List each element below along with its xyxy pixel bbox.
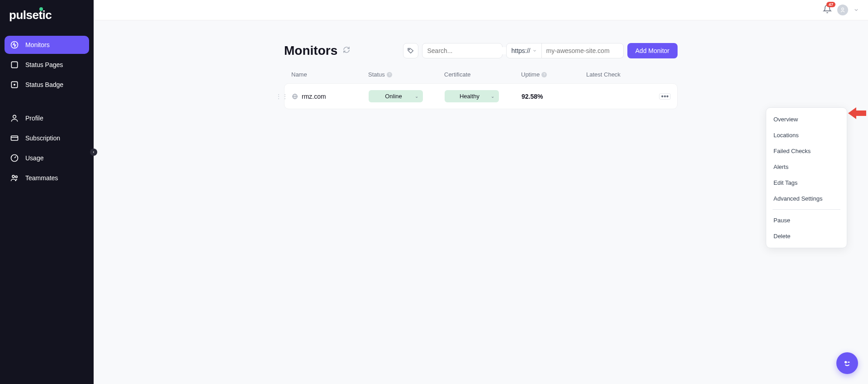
search-box[interactable] (422, 43, 503, 58)
sidebar-label: Teammates (25, 174, 58, 182)
page-header: Monitors https:// (284, 43, 678, 58)
sidebar-item-teammates[interactable]: Teammates (5, 169, 89, 187)
chat-face-icon (841, 357, 853, 369)
card-icon (10, 134, 19, 143)
sidebar: pulsetic Monitors Status Pages Status Ba… (0, 0, 94, 384)
table-row[interactable]: ⋮⋮ rmz.com Online ⌄ Healthy ⌄ (284, 83, 678, 109)
topbar: 47 (94, 0, 868, 20)
page-icon (10, 60, 19, 69)
search-input[interactable] (427, 47, 506, 54)
brand-text: pulsetic (9, 8, 52, 22)
gauge-icon (10, 154, 19, 163)
menu-overview[interactable]: Overview (766, 111, 847, 127)
svg-point-9 (15, 176, 17, 178)
protocol-select[interactable]: https:// (507, 43, 541, 58)
add-monitor-group: https:// (506, 43, 623, 58)
svg-point-4 (13, 115, 16, 118)
certificate-pill[interactable]: Healthy ⌄ (445, 90, 499, 102)
chevron-down-icon (532, 48, 537, 53)
sidebar-label: Status Pages (25, 61, 63, 68)
chevron-down-icon: ⌄ (491, 94, 494, 99)
header-controls: https:// Add Monitor (403, 43, 678, 58)
notifications-button[interactable]: 47 (823, 5, 832, 15)
col-header-status: Status ? (368, 71, 444, 78)
user-icon (10, 114, 19, 123)
help-icon[interactable]: ? (387, 72, 392, 77)
svg-point-11 (409, 49, 410, 50)
certificate-text: Healthy (460, 93, 479, 100)
add-monitor-button[interactable]: Add Monitor (627, 43, 678, 58)
pulse-icon (10, 40, 19, 49)
col-header-latest-check: Latest Check (586, 71, 670, 78)
monitors-container: Monitors https:// (284, 43, 678, 384)
col-header-uptime: Uptime ? (521, 71, 586, 78)
sidebar-item-profile[interactable]: Profile (5, 109, 89, 127)
menu-alerts[interactable]: Alerts (766, 159, 847, 175)
help-icon[interactable]: ? (541, 72, 547, 77)
menu-pause[interactable]: Pause (766, 212, 847, 228)
uptime-value: 92.58% (522, 93, 587, 100)
main: 47 Monitors (94, 0, 868, 384)
chevron-down-icon: ⌄ (415, 94, 418, 99)
sidebar-item-monitors[interactable]: Monitors (5, 36, 89, 54)
menu-edit-tags[interactable]: Edit Tags (766, 175, 847, 191)
certificate-cell: Healthy ⌄ (445, 90, 522, 102)
table-header: Name Status ? Certificate Uptime ? Lates… (284, 71, 678, 83)
content: Monitors https:// (94, 20, 868, 384)
sidebar-item-status-badge[interactable]: Status Badge (5, 76, 89, 94)
svg-point-10 (842, 8, 844, 10)
sidebar-item-subscription[interactable]: Subscription (5, 129, 89, 147)
menu-locations[interactable]: Locations (766, 127, 847, 143)
sidebar-label: Status Badge (25, 81, 63, 88)
brand-dot-icon (39, 7, 43, 11)
tag-filter-button[interactable] (403, 43, 418, 58)
drag-handle[interactable]: ⋮⋮ (275, 93, 288, 100)
notification-count-badge: 47 (826, 2, 835, 7)
sidebar-label: Subscription (25, 134, 60, 142)
svg-point-8 (12, 175, 14, 178)
col-header-certificate: Certificate (444, 71, 521, 78)
sidebar-label: Usage (25, 154, 43, 162)
status-cell: Online ⌄ (369, 90, 445, 102)
url-input[interactable] (542, 47, 623, 54)
sidebar-label: Profile (25, 115, 43, 122)
protocol-label: https:// (511, 47, 530, 54)
annotation-arrow-icon (848, 107, 866, 119)
badge-icon (10, 80, 19, 89)
more-actions-button[interactable]: ••• (659, 93, 671, 100)
svg-point-3 (14, 84, 15, 86)
menu-advanced-settings[interactable]: Advanced Settings (766, 191, 847, 206)
monitor-name[interactable]: rmz.com (292, 93, 369, 100)
svg-point-17 (845, 361, 846, 363)
col-header-name: Name (291, 71, 368, 78)
page-title: Monitors (284, 43, 337, 58)
dropdown-divider (773, 209, 840, 210)
chat-widget-button[interactable] (836, 352, 858, 374)
tag-icon (407, 47, 414, 54)
actions-dropdown: Overview Locations Failed Checks Alerts … (766, 107, 847, 248)
menu-delete[interactable]: Delete (766, 228, 847, 244)
globe-icon (292, 93, 298, 100)
col-header-status-text: Status (368, 71, 385, 78)
refresh-button[interactable] (343, 46, 350, 55)
sidebar-label: Monitors (25, 41, 50, 48)
svg-rect-1 (11, 62, 17, 67)
sidebar-item-status-pages[interactable]: Status Pages (5, 56, 89, 74)
sidebar-item-usage[interactable]: Usage (5, 149, 89, 167)
status-text: Online (385, 93, 402, 100)
user-avatar[interactable] (837, 5, 848, 15)
status-pill[interactable]: Online ⌄ (369, 90, 423, 102)
menu-failed-checks[interactable]: Failed Checks (766, 143, 847, 159)
col-header-uptime-text: Uptime (521, 71, 540, 78)
monitor-name-text: rmz.com (302, 93, 326, 100)
chevron-down-icon[interactable] (854, 7, 859, 13)
svg-rect-5 (11, 136, 18, 140)
users-icon (10, 173, 19, 182)
brand-logo: pulsetic (5, 8, 89, 22)
